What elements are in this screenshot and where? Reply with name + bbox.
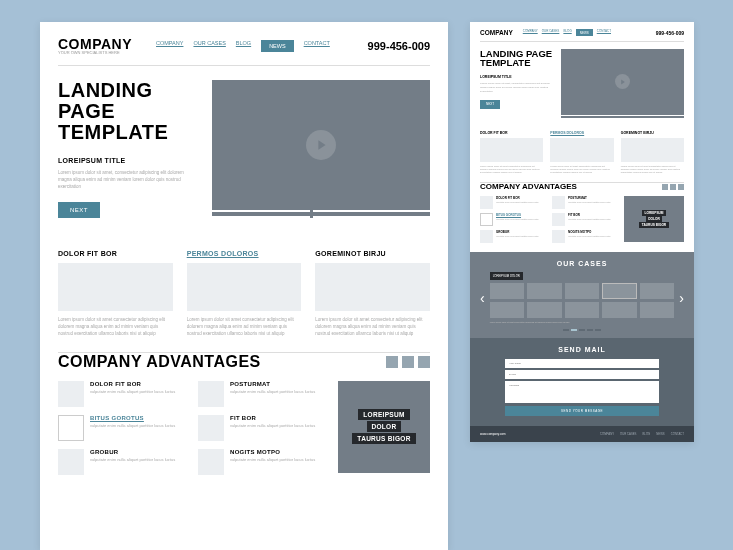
dot[interactable] xyxy=(402,356,414,368)
nav-cases[interactable]: OUR CASES xyxy=(193,40,225,52)
col-text: Lorem ipsum dolor sit amet consectetur a… xyxy=(621,165,684,175)
page-dot[interactable] xyxy=(579,329,585,331)
case-thumb[interactable] xyxy=(565,302,600,318)
thumb xyxy=(552,230,565,243)
nav-company[interactable]: COMPANY xyxy=(156,40,183,52)
video-slider[interactable] xyxy=(212,212,430,216)
col-title-link[interactable]: PERMOS DOLOROS xyxy=(187,250,302,257)
dot[interactable] xyxy=(386,356,398,368)
adv-item: GROBURvulputate enim nulla aliquet portt… xyxy=(58,449,186,475)
chevron-right-icon[interactable]: › xyxy=(679,290,684,306)
name-input[interactable] xyxy=(505,359,659,368)
play-icon[interactable] xyxy=(615,74,630,89)
chevron-left-icon[interactable]: ‹ xyxy=(480,290,485,306)
nav-news[interactable]: NEWS xyxy=(576,29,593,36)
case-thumb[interactable] xyxy=(527,302,562,318)
adv-title: COMPANY ADVANTAGES xyxy=(480,182,577,191)
video-player[interactable] xyxy=(561,49,684,115)
col-text: Lorem ipsum dolor sit amet consectetur a… xyxy=(550,165,613,175)
adv-pager xyxy=(662,184,684,190)
hero-title: LANDING PAGE TEMPLATE xyxy=(58,80,198,143)
adv-header: COMPANY ADVANTAGES xyxy=(58,353,430,371)
adv-item-text: vulputate enim nulla aliquet porttitor l… xyxy=(230,457,315,463)
col-image xyxy=(480,138,543,162)
adv-item-title: GROBUR xyxy=(496,230,539,234)
case-thumb[interactable] xyxy=(565,283,600,299)
case-thumb[interactable] xyxy=(640,283,675,299)
nav-cases[interactable]: OUR CASES xyxy=(542,29,560,36)
adv-item-title: GROBUR xyxy=(90,449,175,455)
mail-title: SEND MAIL xyxy=(505,346,659,353)
message-input[interactable] xyxy=(505,381,659,403)
nav-contact[interactable]: CONTACT xyxy=(597,29,611,36)
dot[interactable] xyxy=(662,184,668,190)
mail-section: SEND MAIL SEND YOUR MESSAGE xyxy=(470,338,694,426)
case-thumb[interactable] xyxy=(602,283,637,299)
dot[interactable] xyxy=(418,356,430,368)
adv-item-title: POSTURMAT xyxy=(230,381,315,387)
main-nav: COMPANY OUR CASES BLOG NEWS CONTACT xyxy=(156,40,330,52)
col-image xyxy=(621,138,684,162)
adv-item: DOLOR FIT BORvulputate enim nulla alique… xyxy=(480,196,546,209)
right-panel: COMPANY COMPANY OUR CASES BLOG NEWS CONT… xyxy=(470,22,694,442)
header: COMPANY COMPANY OUR CASES BLOG NEWS CONT… xyxy=(470,22,694,41)
fnav-contact[interactable]: CONTACT xyxy=(671,432,684,436)
next-button[interactable]: NEXT xyxy=(58,202,100,218)
adv-item-text: vulputate enim nulla aliquet porttitor l… xyxy=(568,201,611,204)
adv-item: BITUS GOROTUSvulputate enim nulla alique… xyxy=(480,213,546,226)
case-thumb[interactable] xyxy=(602,302,637,318)
page-dot[interactable] xyxy=(563,329,569,331)
video-slider[interactable] xyxy=(561,116,684,118)
col-1: DOLOR FIT BORLorem ipsum dolor sit amet … xyxy=(480,131,543,175)
nav-blog[interactable]: BLOG xyxy=(563,29,571,36)
adv-item-title-link[interactable]: BITUS GOROTUS xyxy=(496,213,539,217)
play-icon[interactable] xyxy=(306,130,336,160)
adv-item: GROBURvulputate enim nulla aliquet portt… xyxy=(480,230,546,243)
hero-subtitle: LOREIPSUM TITLE xyxy=(58,157,198,164)
next-button[interactable]: NEXT xyxy=(480,100,500,109)
page-dot[interactable] xyxy=(571,329,577,331)
dot[interactable] xyxy=(678,184,684,190)
thumb xyxy=(480,196,493,209)
dot[interactable] xyxy=(670,184,676,190)
case-thumb[interactable] xyxy=(490,283,525,299)
col-title: GOREMINOT BIRJU xyxy=(315,250,430,257)
nav-contact[interactable]: CONTACT xyxy=(304,40,330,52)
email-input[interactable] xyxy=(505,370,659,379)
hero-text: LANDING PAGE TEMPLATE LOREIPSUM TITLE Lo… xyxy=(58,80,198,218)
fnav-cases[interactable]: OUR CASES xyxy=(620,432,636,436)
adv-item-title-link[interactable]: BITUS GOROTUS xyxy=(90,415,175,421)
case-thumb[interactable] xyxy=(490,302,525,318)
phone: 999-456-009 xyxy=(368,40,430,52)
nav-company[interactable]: COMPANY xyxy=(523,29,538,36)
thumb xyxy=(480,230,493,243)
col-1: DOLOR FIT BOR Lorem ipsum dolor sit amet… xyxy=(58,250,173,337)
fnav-blog[interactable]: BLOG xyxy=(643,432,651,436)
adv-grid: DOLOR FIT BORvulputate enim nulla alique… xyxy=(58,381,430,475)
footer-nav: COMPANY OUR CASES BLOG NEWS CONTACT xyxy=(600,432,684,436)
adv-item-text: vulputate enim nulla aliquet porttitor l… xyxy=(90,423,175,429)
cases-main: LOREIPSUM DOLOR Lorem ipsum dolor sit am… xyxy=(490,272,675,324)
col-image xyxy=(550,138,613,162)
adv-col-1: DOLOR FIT BORvulputate enim nulla alique… xyxy=(480,196,546,243)
fnav-company[interactable]: COMPANY xyxy=(600,432,614,436)
case-thumb[interactable] xyxy=(640,302,675,318)
nav-news[interactable]: NEWS xyxy=(261,40,294,52)
adv-item: DOLOR FIT BORvulputate enim nulla alique… xyxy=(58,381,186,407)
thumb xyxy=(58,415,84,441)
col-image xyxy=(187,263,302,311)
columns: DOLOR FIT BOR Lorem ipsum dolor sit amet… xyxy=(40,232,448,351)
case-thumb[interactable] xyxy=(527,283,562,299)
cases-title: OUR CASES xyxy=(480,260,684,267)
cases-grid xyxy=(490,283,675,318)
send-button[interactable]: SEND YOUR MESSAGE xyxy=(505,406,659,416)
adv-item: BITUS GOROTUSvulputate enim nulla alique… xyxy=(58,415,186,441)
phone: 999-456-009 xyxy=(656,30,684,36)
video-player[interactable] xyxy=(212,80,430,210)
fnav-news[interactable]: NEWS xyxy=(656,432,664,436)
page-dot[interactable] xyxy=(595,329,601,331)
col-title-link[interactable]: PERMOS DOLOROS xyxy=(550,131,613,135)
adv-item-text: vulputate enim nulla aliquet porttitor l… xyxy=(90,457,175,463)
nav-blog[interactable]: BLOG xyxy=(236,40,251,52)
page-dot[interactable] xyxy=(587,329,593,331)
